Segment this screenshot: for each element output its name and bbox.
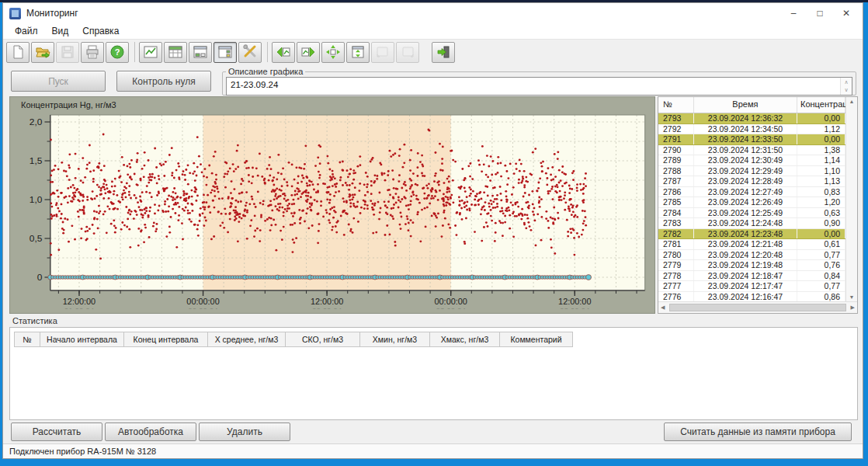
- zero-control-button[interactable]: Контроль нуля: [116, 71, 211, 92]
- svg-text:12:00:00: 12:00:00: [558, 297, 591, 306]
- table-row[interactable]: 278623.09.2024 12:27:490,83: [658, 187, 845, 198]
- print-button[interactable]: [81, 42, 104, 63]
- column-header[interactable]: Концентраци...: [797, 97, 845, 113]
- table-row[interactable]: 279323.09.2024 12:36:320,00: [658, 113, 845, 124]
- scroll-up-icon[interactable]: ▲: [849, 99, 855, 104]
- stats-column-header[interactable]: Начало интервала: [40, 332, 124, 347]
- scroll-up-icon[interactable]: ∧: [844, 79, 848, 85]
- svg-text:23.09.24: 23.09.24: [560, 306, 590, 309]
- fit-vertical-button[interactable]: [346, 42, 370, 63]
- exit-button[interactable]: [432, 42, 455, 63]
- table-row[interactable]: 278323.09.2024 12:24:480,90: [658, 218, 845, 229]
- scroll-down-icon[interactable]: ▼: [849, 294, 855, 300]
- menu-file[interactable]: Файл: [8, 24, 45, 38]
- menu-help[interactable]: Справка: [75, 24, 126, 38]
- toolbar-separator: [134, 42, 135, 62]
- table-row[interactable]: 277823.09.2024 12:18:470,84: [658, 271, 845, 282]
- scroll-down-icon[interactable]: ∨: [844, 87, 848, 93]
- stats-column-header[interactable]: Конец интервала: [124, 332, 208, 347]
- zoom-next-button[interactable]: [396, 42, 419, 63]
- save-file-button[interactable]: [56, 42, 79, 63]
- exit-icon: [436, 44, 451, 60]
- table-row[interactable]: 279223.09.2024 12:34:501,12: [658, 124, 845, 135]
- delete-button[interactable]: Удалить: [199, 423, 290, 441]
- menu-view[interactable]: Вид: [45, 24, 76, 38]
- print-icon: [85, 44, 100, 60]
- app-window: Мониторинг – □ ✕ ФайлВидСправка ? Пуск К…: [2, 2, 863, 459]
- stats-column-header[interactable]: Х среднее, нг/м3: [208, 332, 286, 347]
- start-button[interactable]: Пуск: [11, 71, 106, 92]
- table-row[interactable]: 277623.09.2024 12:16:470,86: [658, 292, 845, 302]
- table-horizontal-scrollbar[interactable]: ◀ ▶: [658, 301, 857, 313]
- window-title: Мониторинг: [26, 8, 78, 19]
- stats-column-header[interactable]: Хмакс, нг/м3: [430, 332, 500, 347]
- toolbar: ?: [3, 40, 863, 64]
- pan-right-icon: [300, 44, 316, 60]
- chart-panel[interactable]: Концентрация Hg, нг/м3 2,01,51,00,5012:0…: [9, 96, 655, 314]
- description-scrollbar[interactable]: ∧ ∨: [840, 78, 852, 95]
- maximize-button[interactable]: □: [807, 4, 833, 23]
- read-memory-button[interactable]: Считать данные из памяти прибора: [664, 423, 852, 441]
- stats-column-header[interactable]: Хмин, нг/м3: [360, 332, 430, 347]
- statistics-label: Статистика: [9, 315, 858, 327]
- chart-view-button[interactable]: [139, 42, 162, 63]
- chart-view-icon: [143, 44, 158, 60]
- scroll-left-icon[interactable]: ◀: [661, 304, 665, 311]
- help-button[interactable]: ?: [106, 42, 129, 63]
- control-row: Пуск Контроль нуля Описание графика 21-2…: [3, 64, 863, 96]
- stats-column-header[interactable]: №: [14, 332, 40, 347]
- table-row[interactable]: 277923.09.2024 12:19:480,76: [658, 260, 845, 271]
- svg-text:22.09.24: 22.09.24: [312, 306, 342, 309]
- zoom-previous-icon: [375, 44, 391, 60]
- autoprocess-button[interactable]: Автообработка: [105, 423, 196, 441]
- main-area: Концентрация Hg, нг/м3 2,01,51,00,5012:0…: [3, 96, 863, 314]
- table-row[interactable]: 279123.09.2024 12:33:500,00: [658, 134, 845, 145]
- column-header[interactable]: Время: [694, 97, 797, 113]
- app-icon: [9, 8, 21, 19]
- chart-description-label: Описание графика: [226, 67, 305, 76]
- svg-text:0,5: 0,5: [30, 233, 43, 243]
- new-file-button[interactable]: [6, 42, 30, 63]
- stats-column-header[interactable]: Комментарий: [500, 332, 573, 347]
- pan-right-button[interactable]: [297, 42, 320, 63]
- table-vertical-scrollbar[interactable]: ▲ ▼: [845, 97, 857, 301]
- concentration-scatter-chart[interactable]: 2,01,51,00,5012:00:0021.09.2400:00:0022.…: [13, 110, 651, 309]
- table-view-button[interactable]: [164, 42, 187, 63]
- stats-column-header[interactable]: СКО, нг/м3: [286, 332, 360, 347]
- svg-text:00:00:00: 00:00:00: [435, 297, 467, 306]
- menu-bar: ФайлВидСправка: [3, 23, 863, 40]
- scrollbar-thumb[interactable]: [669, 304, 846, 311]
- zoom-previous-button[interactable]: [371, 42, 394, 63]
- layout-right-panel-button[interactable]: [214, 42, 237, 63]
- calculate-button[interactable]: Рассчитать: [11, 423, 102, 441]
- table-row[interactable]: 278223.09.2024 12:23:480,00: [658, 229, 845, 240]
- chart-description-input[interactable]: 21-23.09.24 ∧ ∨: [226, 77, 852, 96]
- help-icon: ?: [109, 44, 125, 60]
- table-row[interactable]: 278723.09.2024 12:28:491,13: [658, 176, 845, 187]
- actions-row: Рассчитать Автообработка Удалить Считать…: [3, 420, 863, 443]
- table-row[interactable]: 278023.09.2024 12:20:480,77: [658, 250, 845, 261]
- svg-text:?: ?: [115, 47, 120, 57]
- table-row[interactable]: 278423.09.2024 12:25:490,63: [658, 208, 845, 219]
- open-file-button[interactable]: [31, 42, 54, 63]
- pan-left-button[interactable]: [272, 42, 295, 63]
- new-file-icon: [10, 44, 26, 60]
- table-row[interactable]: 277723.09.2024 12:17:470,77: [658, 281, 845, 292]
- minimize-button[interactable]: –: [780, 4, 807, 23]
- table-row[interactable]: 278123.09.2024 12:21:480,61: [658, 239, 845, 250]
- scroll-right-icon[interactable]: ▶: [851, 304, 855, 311]
- settings-tools-button[interactable]: [238, 42, 262, 63]
- table-row[interactable]: 278523.09.2024 12:26:491,20: [658, 197, 845, 208]
- table-row[interactable]: 279023.09.2024 12:31:501,38: [658, 145, 845, 156]
- layout-bottom-panel-icon: [193, 44, 208, 60]
- svg-text:1,5: 1,5: [30, 155, 43, 165]
- table-row[interactable]: 278923.09.2024 12:30:491,14: [658, 155, 845, 166]
- toolbar-separator: [267, 42, 268, 62]
- fit-all-icon: [325, 44, 341, 60]
- table-row[interactable]: 278823.09.2024 12:29:491,10: [658, 166, 845, 177]
- column-header[interactable]: №: [658, 97, 694, 113]
- pan-left-icon: [276, 44, 291, 60]
- close-button[interactable]: ✕: [833, 4, 859, 23]
- layout-bottom-panel-button[interactable]: [189, 42, 212, 63]
- fit-all-button[interactable]: [321, 42, 345, 63]
